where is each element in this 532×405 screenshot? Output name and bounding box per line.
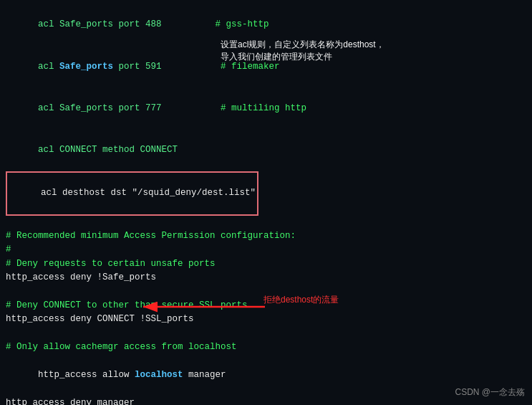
- code-line-17: http_access deny manager: [6, 396, 526, 405]
- code-line-5-highlighted: acl desthost dst "/squid_deny/dest.list": [6, 171, 526, 216]
- terminal: acl Safe_ports port 488 # gss-http acl S…: [0, 0, 532, 405]
- code-line-14: [6, 327, 526, 340]
- code-line-10: http_access deny !Safe_ports: [6, 271, 526, 285]
- watermark: CSDN @一念去殇: [455, 386, 525, 399]
- annotation-desthost-description: 拒绝desthost的流量: [263, 294, 378, 306]
- code-line-8: #: [6, 243, 526, 257]
- code-line-3: acl Safe_ports port 777 # multiling http: [6, 87, 526, 129]
- code-line-9: # Deny requests to certain unsafe ports: [6, 257, 526, 271]
- code-line-13: http_access deny CONNECT !SSL_ports: [6, 313, 526, 326]
- code-line-6: [6, 216, 526, 229]
- annotation-acl-description: 设置acl规则，自定义列表名称为desthost，导入我们创建的管理列表文件: [221, 39, 385, 63]
- code-line-15: # Only allow cachemgr access from localh…: [6, 340, 526, 354]
- code-line-16: http_access allow localhost manager: [6, 355, 526, 396]
- code-line-4: acl CONNECT method CONNECT: [6, 129, 526, 171]
- code-line-7: # Recommended minimum Access Permission …: [6, 229, 526, 243]
